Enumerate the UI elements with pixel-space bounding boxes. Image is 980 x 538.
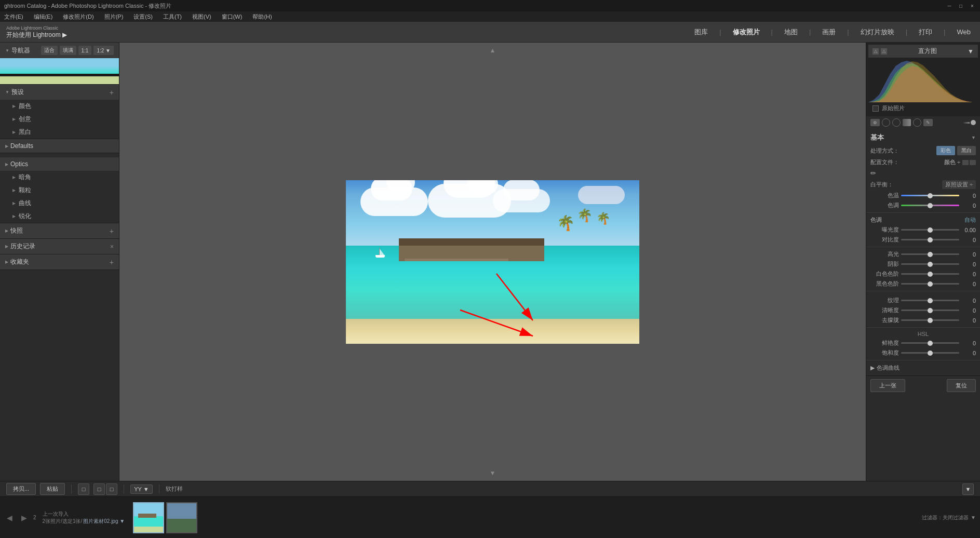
collapse-top-arrow[interactable]: ▲ — [490, 47, 496, 54]
preset-item-color[interactable]: ▶ 颜色 — [0, 100, 119, 113]
presets-add-button[interactable]: + — [110, 88, 114, 97]
expand-arrow[interactable]: ▼ — [962, 483, 974, 495]
history-header[interactable]: ▶ 历史记录 × — [0, 239, 119, 254]
crop-icon[interactable]: ⊕ — [870, 119, 880, 126]
config-icon2[interactable] — [970, 160, 976, 165]
histogram-arrow[interactable]: ▼ — [968, 48, 974, 55]
radial-icon[interactable] — [913, 118, 921, 127]
zoom-1to1[interactable]: 1:1 — [78, 46, 92, 55]
tint-track[interactable] — [901, 205, 959, 206]
clarity-track[interactable] — [901, 310, 959, 311]
navigator-header[interactable]: ▼ 导航器 适合 填满 1:1 1:2 ▼ — [0, 43, 119, 58]
config-value[interactable]: 颜色 ÷ — [944, 158, 960, 166]
reset-button[interactable]: 复位 — [947, 379, 976, 392]
dehaze-track[interactable] — [901, 319, 959, 321]
basic-section: 基本 ▼ 处理方式： 彩色 黑白 配置文件： 颜色 ÷ — [866, 129, 980, 375]
menu-help[interactable]: 帮助(H) — [250, 13, 274, 21]
nav-web[interactable]: Web — [954, 26, 974, 38]
compare-icon1[interactable]: □ — [93, 483, 105, 495]
maximize-button[interactable]: □ — [957, 2, 964, 9]
minimize-button[interactable]: ─ — [946, 2, 953, 9]
gradient-icon[interactable] — [903, 119, 911, 126]
temp-track[interactable] — [901, 195, 959, 196]
collections-header[interactable]: ▶ 收藏夹 + — [0, 254, 119, 270]
filmstrip-nav-prev[interactable]: ◀ — [4, 513, 15, 523]
zoom-1to2[interactable]: 1:2 ▼ — [93, 46, 114, 55]
tone-curve-row[interactable]: ▶ 色调曲线 — [866, 362, 980, 373]
menu-file[interactable]: 文件(E) — [2, 13, 25, 21]
vibrance-track[interactable] — [901, 342, 959, 344]
tone-curve-label: 色调曲线 — [877, 364, 900, 372]
exposure-track[interactable] — [901, 229, 959, 231]
shadows-track[interactable] — [901, 263, 959, 265]
svg-rect-8 — [167, 503, 196, 519]
filename-label[interactable]: 图片素材02.jpg ▼ — [83, 518, 125, 525]
menu-settings[interactable]: 设置(S) — [131, 13, 155, 21]
paste-button[interactable]: 粘贴 — [40, 483, 65, 495]
bw-btn[interactable]: 黑白 — [957, 146, 976, 155]
zoom-fill[interactable]: 填满 — [60, 46, 76, 55]
wb-value[interactable]: 原照设置 ÷ — [942, 180, 976, 189]
saturation-track[interactable] — [901, 352, 959, 354]
history-close-button[interactable]: × — [110, 243, 114, 250]
start-using-btn[interactable]: 开始使用 Lightroom ▶ — [6, 31, 67, 38]
nav-print[interactable]: 打印 — [916, 25, 935, 39]
zoom-fit[interactable]: 适合 — [41, 46, 58, 55]
preset-item-bw[interactable]: ▶ 黑白 — [0, 126, 119, 139]
view-mode-icon[interactable]: □ — [78, 483, 89, 495]
optics-vignette[interactable]: ▶ 暗角 — [0, 171, 119, 184]
basic-title: 基本 — [870, 133, 884, 142]
menu-develop[interactable]: 修改照片(D) — [61, 13, 96, 21]
highlights-track[interactable] — [901, 253, 959, 255]
optics-curves[interactable]: ▶ 曲线 — [0, 197, 119, 210]
clarity-row: 清晰度 0 — [866, 305, 980, 315]
snapshot-header[interactable]: ▶ 快照 + — [0, 223, 119, 238]
filmstrip-nav-next[interactable]: ▶ — [19, 513, 29, 523]
prev-photo-button[interactable]: 上一张 — [870, 379, 905, 392]
defaults-header[interactable]: ▶ Defaults — [0, 139, 119, 153]
collapse-bottom-arrow[interactable]: ▼ — [490, 469, 496, 477]
range-slider-thumb[interactable] — [971, 120, 976, 125]
thumbnail-1[interactable] — [133, 502, 164, 533]
filmstrip-info: 2 — [33, 514, 36, 521]
copy-button[interactable]: 拷贝... — [6, 483, 36, 495]
texture-track[interactable] — [901, 300, 959, 301]
contrast-track[interactable] — [901, 239, 959, 240]
config-icon1[interactable] — [962, 160, 969, 165]
redeye-icon[interactable] — [892, 118, 901, 127]
color-btn[interactable]: 彩色 — [936, 146, 955, 155]
optics-header[interactable]: ▶ Optics — [0, 157, 119, 171]
heal-icon[interactable] — [882, 118, 890, 127]
snapshot-add-button[interactable]: + — [110, 227, 114, 235]
date-dropdown[interactable]: YY ▼ — [130, 485, 152, 494]
basic-header[interactable]: 基本 ▼ — [866, 131, 980, 144]
menu-tools[interactable]: 工具(T) — [161, 13, 184, 21]
nav-library[interactable]: 图库 — [691, 25, 711, 39]
nav-map[interactable]: 地图 — [781, 25, 801, 39]
nav-book[interactable]: 画册 — [819, 25, 839, 39]
optics-grain[interactable]: ▶ 颗粒 — [0, 184, 119, 197]
nav-develop[interactable]: 修改照片 — [730, 25, 763, 39]
close-button[interactable]: × — [969, 2, 976, 9]
histogram-warning-icon: △ — [872, 48, 879, 55]
histogram-header[interactable]: △ △ 直方图 ▼ — [868, 45, 978, 58]
original-photo-checkbox[interactable] — [872, 105, 879, 112]
menu-edit[interactable]: 编辑(E) — [32, 13, 55, 21]
auto-button[interactable]: 自动 — [964, 216, 976, 224]
thumbnail-2[interactable] — [166, 502, 197, 533]
menu-view[interactable]: 视图(V) — [190, 13, 213, 21]
nav-slideshow[interactable]: 幻灯片放映 — [857, 25, 897, 39]
menu-photo[interactable]: 照片(P) — [102, 13, 126, 21]
left-panel: ▼ 导航器 适合 填满 1:1 1:2 ▼ ▼ 预设 — [0, 43, 119, 481]
blacks-track[interactable] — [901, 283, 959, 285]
whites-track[interactable] — [901, 273, 959, 275]
compare-icon2[interactable]: □ — [106, 483, 117, 495]
eyedropper-icon[interactable]: ✏ — [870, 169, 876, 177]
filter-toggle[interactable]: ▼ — [971, 515, 976, 520]
presets-header[interactable]: ▼ 预设 + — [0, 85, 119, 100]
collections-add-button[interactable]: + — [110, 258, 114, 266]
menu-window[interactable]: 窗口(W) — [220, 13, 245, 21]
optics-sharpen[interactable]: ▶ 锐化 — [0, 210, 119, 223]
preset-item-creative[interactable]: ▶ 创意 — [0, 113, 119, 126]
brush-icon[interactable]: ✎ — [923, 119, 933, 126]
